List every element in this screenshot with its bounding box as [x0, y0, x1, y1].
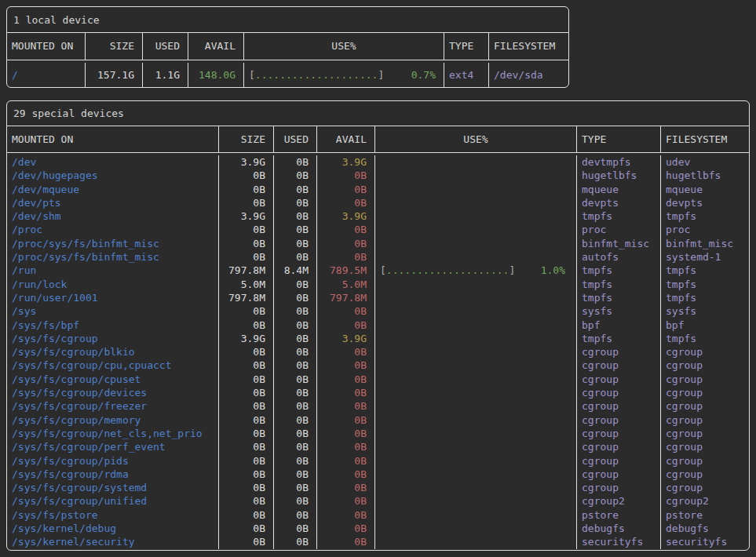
header-size: SIZE	[86, 33, 143, 60]
cell-filesystem: cgroup	[661, 345, 749, 359]
cell-type: securityfs	[577, 535, 661, 548]
cell-use-pct	[375, 196, 577, 209]
cell-filesystem: sysfs	[661, 304, 749, 318]
cell-size: 3.9G	[219, 332, 274, 345]
cell-used: 0B	[274, 440, 317, 453]
cell-mounted-on: /sys/kernel/security	[7, 535, 219, 548]
cell-size: 0B	[219, 508, 274, 522]
cell-mounted-on: /sys/fs/cgroup/cpuset	[7, 373, 219, 386]
cell-mounted-on: /sys/fs/cgroup/net_cls,net_prio	[7, 427, 219, 440]
cell-avail: 3.9G	[317, 332, 375, 345]
special-devices-header-row: MOUNTED ON SIZE USED AVAIL USE% TYPE FIL…	[7, 126, 749, 153]
cell-filesystem: debugfs	[661, 522, 749, 535]
cell-used: 0B	[274, 332, 317, 345]
cell-type: pstore	[577, 508, 661, 522]
cell-mounted-on: /proc/sys/fs/binfmt_misc	[7, 250, 219, 264]
cell-use-pct	[375, 413, 577, 427]
cell-mounted-on: /dev	[7, 155, 219, 169]
table-row: /dev 3.9G 0B 3.9G devtmpfs udev	[7, 155, 749, 169]
cell-type: cgroup	[577, 386, 661, 399]
table-row: /dev/shm 3.9G 0B 3.9G tmpfs tmpfs	[7, 209, 749, 223]
cell-use-pct	[375, 319, 577, 332]
cell-use-pct	[375, 250, 577, 264]
cell-size: 3.9G	[219, 155, 274, 169]
cell-type: cgroup	[577, 440, 661, 453]
cell-filesystem: cgroup2	[661, 494, 749, 508]
cell-filesystem: cgroup	[661, 468, 749, 481]
cell-use-pct	[375, 399, 577, 413]
cell-used: 0B	[274, 304, 317, 318]
table-row: /proc 0B 0B 0B proc proc	[7, 223, 749, 236]
cell-mounted-on: /sys/kernel/debug	[7, 522, 219, 535]
table-row: /sys/kernel/security 0B 0B 0B securityfs…	[7, 535, 749, 548]
table-row: /sys 0B 0B 0B sysfs sysfs	[7, 304, 749, 318]
table-row: /sys/fs/cgroup/blkio 0B 0B 0B cgroup cgr…	[7, 345, 749, 359]
cell-size: 0B	[219, 183, 274, 196]
cell-filesystem: cgroup	[661, 454, 749, 468]
special-devices-title: 29 special devices	[7, 101, 749, 126]
cell-use-pct	[375, 209, 577, 223]
cell-use-pct	[375, 359, 577, 372]
table-row: /proc/sys/fs/binfmt_misc 0B 0B 0B autofs…	[7, 250, 749, 264]
cell-size: 0B	[219, 319, 274, 332]
cell-mounted-on: /run/lock	[7, 278, 219, 291]
cell-size: 0B	[219, 413, 274, 427]
cell-filesystem: cgroup	[661, 386, 749, 399]
cell-mounted-on: /sys/fs/cgroup/memory	[7, 413, 219, 427]
cell-avail: 0B	[317, 373, 375, 386]
table-row: /sys/fs/cgroup/pids 0B 0B 0B cgroup cgro…	[7, 454, 749, 468]
cell-used: 0B	[274, 183, 317, 196]
cell-avail: 0B	[317, 359, 375, 372]
table-row: /sys/fs/cgroup 3.9G 0B 3.9G tmpfs tmpfs	[7, 332, 749, 345]
cell-use-pct	[375, 169, 577, 182]
usage-percent: 0.7%	[411, 63, 436, 87]
cell-size: 0B	[219, 196, 274, 209]
cell-size: 0B	[219, 169, 274, 182]
cell-used: 0B	[274, 373, 317, 386]
cell-size: 0B	[219, 468, 274, 481]
cell-filesystem: cgroup	[661, 359, 749, 372]
cell-mounted-on: /sys/fs/cgroup/perf_event	[7, 440, 219, 453]
cell-size: 0B	[219, 440, 274, 453]
header-avail: AVAIL	[317, 126, 375, 152]
cell-size: 0B	[219, 345, 274, 359]
usage-bar: [....................]	[380, 264, 515, 277]
cell-mounted-on: /run	[7, 264, 219, 277]
cell-used: 0B	[274, 196, 317, 209]
cell-used: 1.1G	[143, 63, 188, 87]
cell-size: 797.8M	[219, 264, 274, 277]
special-devices-table-body: /dev 3.9G 0B 3.9G devtmpfs udev /dev/hug…	[7, 153, 749, 550]
cell-use-pct: [....................]1.0%	[375, 264, 577, 277]
cell-used: 0B	[274, 481, 317, 494]
cell-mounted-on: /sys/fs/cgroup/rdma	[7, 468, 219, 481]
header-used: USED	[143, 33, 188, 60]
cell-avail: 0B	[317, 494, 375, 508]
cell-used: 0B	[274, 237, 317, 250]
usage-percent: 1.0%	[541, 264, 565, 277]
cell-type: cgroup	[577, 345, 661, 359]
cell-use-pct	[375, 345, 577, 359]
cell-avail: 0B	[317, 454, 375, 468]
cell-used: 0B	[274, 345, 317, 359]
cell-type: binfmt_misc	[577, 237, 661, 250]
header-mounted-on: MOUNTED ON	[7, 126, 219, 152]
header-mounted-on: MOUNTED ON	[7, 33, 86, 60]
cell-avail: 0B	[317, 468, 375, 481]
cell-used: 0B	[274, 386, 317, 399]
cell-avail: 0B	[317, 386, 375, 399]
cell-type: devpts	[577, 196, 661, 209]
cell-mounted-on: /sys/fs/cgroup/freezer	[7, 399, 219, 413]
cell-use-pct	[375, 535, 577, 548]
cell-mounted-on: /sys/fs/cgroup/devices	[7, 386, 219, 399]
cell-avail: 0B	[317, 427, 375, 440]
table-row: /sys/fs/cgroup/net_cls,net_prio 0B 0B 0B…	[7, 427, 749, 440]
cell-avail: 0B	[317, 535, 375, 548]
table-row: /sys/fs/cgroup/perf_event 0B 0B 0B cgrou…	[7, 440, 749, 453]
cell-size: 0B	[219, 454, 274, 468]
cell-avail: 0B	[317, 508, 375, 522]
cell-mounted-on: /sys/fs/bpf	[7, 319, 219, 332]
cell-size: 0B	[219, 250, 274, 264]
cell-use-pct	[375, 278, 577, 291]
cell-filesystem: tmpfs	[661, 332, 749, 345]
cell-avail: 0B	[317, 223, 375, 236]
